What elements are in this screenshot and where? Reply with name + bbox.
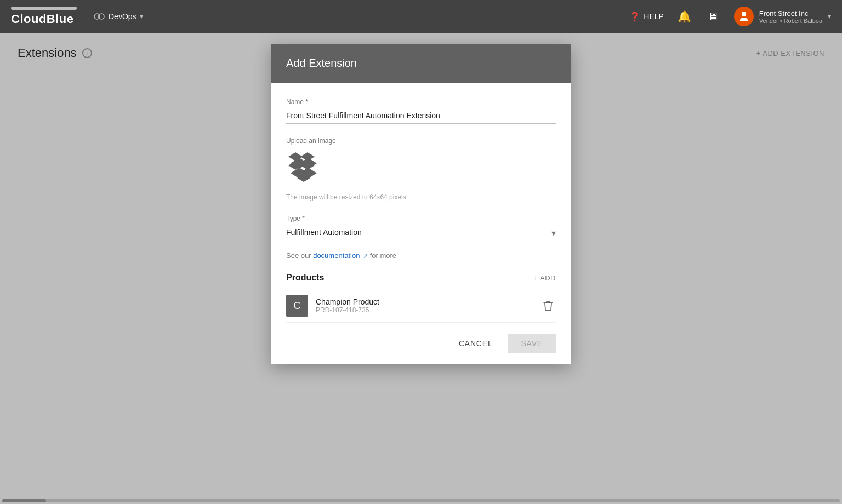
notifications-button[interactable]: 🔔 (677, 9, 692, 24)
type-field: Type * Fulfillment Automation Subscripti… (286, 215, 556, 240)
user-chevron-icon: ▾ (828, 13, 831, 20)
help-button[interactable]: ❓ HELP (629, 12, 664, 22)
upload-dropbox-icon[interactable] (286, 151, 321, 186)
topnav-right: ❓ HELP 🔔 🖥 Front Street Inc Vendor • Rob… (629, 7, 831, 26)
logo: CloudBlue (11, 7, 77, 26)
modal-overlay: Add Extension Name * Upload an image (0, 33, 842, 504)
company-name: Front Street Inc (759, 9, 822, 18)
product-avatar: C (286, 295, 308, 317)
product-name: Champion Product (316, 297, 533, 306)
modal-title: Add Extension (286, 57, 357, 69)
product-id: PRD-107-418-735 (316, 306, 533, 314)
type-label: Type * (286, 215, 556, 222)
docs-link-text: documentation (313, 251, 360, 260)
name-input[interactable] (286, 108, 556, 124)
user-role: Vendor • Robert Balboa (759, 18, 822, 24)
user-info: Front Street Inc Vendor • Robert Balboa (759, 9, 822, 24)
logo-bar (11, 7, 77, 10)
top-navigation: CloudBlue DevOps ▾ ❓ HELP 🔔 🖥 (0, 0, 842, 33)
type-select-wrapper: Fulfillment Automation Subscription Vali… (286, 225, 556, 240)
modal-body: Name * Upload an image (271, 83, 571, 323)
products-title: Products (286, 273, 324, 283)
modal-header: Add Extension (271, 44, 571, 83)
upload-section: Upload an image (286, 137, 556, 202)
add-extension-modal: Add Extension Name * Upload an image (271, 44, 571, 364)
workspace-selector[interactable]: DevOps ▾ (93, 10, 143, 22)
svg-marker-8 (300, 152, 315, 161)
user-avatar (734, 7, 754, 26)
modal-footer: CANCEL SAVE (271, 323, 571, 364)
external-link-icon: ↗ (363, 253, 368, 260)
product-info: Champion Product PRD-107-418-735 (316, 297, 533, 314)
save-button[interactable]: SAVE (508, 334, 556, 353)
add-product-button[interactable]: + ADD (532, 274, 556, 282)
name-label: Name * (286, 98, 556, 106)
delete-product-button[interactable] (541, 298, 556, 313)
bell-icon: 🔔 (678, 10, 691, 23)
products-section: Products + ADD C Champion Product (286, 273, 556, 323)
devops-icon (93, 10, 105, 22)
help-circle-icon: ❓ (629, 12, 640, 22)
product-row: C Champion Product PRD-107-418-735 (286, 289, 556, 323)
workspace-label: DevOps (109, 12, 136, 21)
docs-text: See our documentation ↗ for more (286, 251, 556, 260)
documentation-link[interactable]: documentation ↗ (313, 251, 370, 260)
monitor-icon: 🖥 (708, 10, 719, 23)
upload-label: Upload an image (286, 137, 556, 145)
cancel-button[interactable]: CANCEL (448, 334, 504, 353)
type-select[interactable]: Fulfillment Automation Subscription Vali… (286, 225, 556, 240)
upload-hint: The image will be resized to 64x64 pixel… (286, 193, 408, 201)
products-header: Products + ADD (286, 273, 556, 283)
monitor-button[interactable]: 🖥 (706, 9, 721, 24)
page-background: Extensions i + ADD EXTENSION Add Extensi… (0, 33, 842, 504)
name-field: Name * (286, 98, 556, 124)
logo-text: CloudBlue (11, 12, 77, 26)
workspace-chevron-icon: ▾ (140, 13, 143, 20)
user-menu[interactable]: Front Street Inc Vendor • Robert Balboa … (734, 7, 831, 26)
help-label: HELP (644, 12, 664, 21)
